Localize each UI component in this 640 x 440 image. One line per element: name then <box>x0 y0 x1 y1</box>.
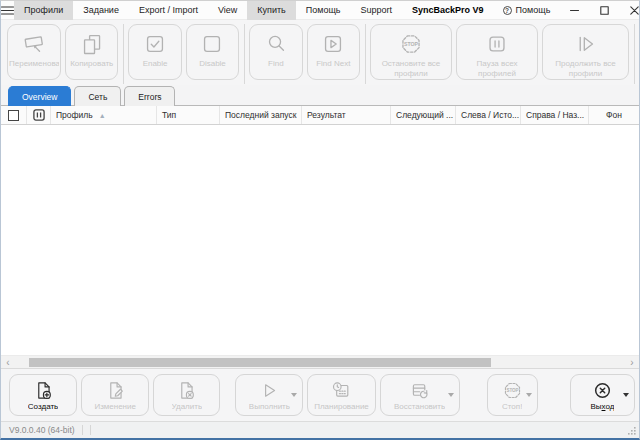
tab-network[interactable]: Сеть <box>74 86 121 106</box>
exit-icon <box>592 380 613 401</box>
menu-export-import[interactable]: Export / Import <box>129 1 208 20</box>
disable-button[interactable]: Disable <box>186 24 239 80</box>
titlebar: Профили Задание Export / Import View Куп… <box>1 1 639 20</box>
menu-support[interactable]: Support <box>351 1 403 20</box>
stop-label: Стоп! <box>502 402 522 411</box>
exit-dropdown-icon[interactable] <box>623 393 629 397</box>
run-label: Выполнить <box>249 402 290 411</box>
svg-text:STOP: STOP <box>404 41 419 47</box>
exit-button[interactable]: Выход <box>570 374 635 416</box>
help-button[interactable]: ? Помощь <box>494 1 560 20</box>
find-button[interactable]: Find <box>249 24 302 80</box>
column-label: Слева / Исто... <box>461 110 519 120</box>
resume-all-icon <box>574 32 598 56</box>
sort-ascending-icon: ▲ <box>99 112 106 119</box>
rename-button[interactable]: Переименовать <box>7 24 61 80</box>
help-label: Помощь <box>516 5 551 15</box>
find-next-icon <box>321 32 345 56</box>
enable-button[interactable]: Enable <box>128 24 181 80</box>
statusbar-separator <box>82 425 83 435</box>
tabstrip: Overview Сеть Errors <box>1 85 639 106</box>
stop-dropdown-icon[interactable] <box>526 393 532 397</box>
toolbar-separator <box>123 24 124 84</box>
minimize-button[interactable] <box>559 1 589 20</box>
schedule-button[interactable]: Планирование <box>307 374 375 416</box>
schedule-label: Планирование <box>314 402 369 411</box>
schedule-icon <box>331 380 352 401</box>
toolbar-separator <box>634 24 635 84</box>
column-label: Тип <box>162 110 176 120</box>
find-next-button[interactable]: Find Next <box>307 24 360 80</box>
find-next-label: Find Next <box>309 59 358 69</box>
column-label: Результат <box>307 110 346 120</box>
stop-button[interactable]: STOP Стоп! <box>487 374 538 416</box>
stop-all-label: Остановите все профили <box>372 59 450 79</box>
delete-label: Удалить <box>172 402 203 411</box>
maximize-button[interactable] <box>589 1 619 20</box>
delete-profile-button[interactable]: Удалить <box>153 374 220 416</box>
select-all-checkbox[interactable] <box>1 106 27 124</box>
create-profile-icon <box>33 380 54 401</box>
window-controls <box>559 1 640 20</box>
edit-label: Изменение <box>94 402 136 411</box>
rename-label: Переименовать <box>9 59 59 69</box>
resize-grip-icon[interactable] <box>627 426 636 435</box>
column-header-last-run[interactable]: Последний запуск <box>220 106 302 124</box>
column-header-result[interactable]: Результат <box>302 106 391 124</box>
search-icon <box>264 32 288 56</box>
app-window: Профили Задание Export / Import View Куп… <box>0 0 640 440</box>
scroll-right-arrow[interactable]: › <box>625 356 639 369</box>
table-header: Профиль ▲ Тип Последний запуск Результат… <box>1 106 639 125</box>
toolbar-separator <box>365 24 366 84</box>
stop-all-icon: STOP <box>399 32 423 56</box>
enable-label: Enable <box>130 59 179 69</box>
profile-list-area[interactable] <box>1 125 639 355</box>
edit-profile-button[interactable]: Изменение <box>81 374 149 416</box>
menu-task[interactable]: Задание <box>73 1 129 20</box>
run-icon <box>259 380 280 401</box>
statusbar: V9.0.0.40 (64-bit) <box>1 421 639 438</box>
run-profile-button[interactable]: Выполнить <box>235 374 303 416</box>
scrollbar-thumb[interactable] <box>29 358 491 367</box>
column-header-profile[interactable]: Профиль ▲ <box>51 106 157 124</box>
close-button[interactable] <box>619 1 640 20</box>
menu-icon[interactable] <box>1 1 14 20</box>
help-circle-icon: ? <box>503 6 512 15</box>
column-header-next[interactable]: Следующий ... <box>391 106 456 124</box>
column-header-type[interactable]: Тип <box>157 106 220 124</box>
restore-button[interactable]: Восстановить <box>380 374 460 416</box>
pause-column-header[interactable] <box>27 106 51 124</box>
edit-profile-icon <box>105 380 126 401</box>
column-header-right-dest[interactable]: Справа / Наз... <box>521 106 589 124</box>
disable-label: Disable <box>188 59 237 69</box>
restore-label: Восстановить <box>394 402 445 411</box>
pause-all-label: Пауза всех профилей <box>458 59 536 79</box>
column-label: Справа / Наз... <box>526 110 584 120</box>
find-label: Find <box>251 59 300 69</box>
tab-errors[interactable]: Errors <box>124 86 175 106</box>
run-dropdown-icon[interactable] <box>291 393 297 397</box>
restore-dropdown-icon[interactable] <box>448 393 454 397</box>
create-label: Создать <box>28 402 58 411</box>
menu-help[interactable]: Помощь <box>296 1 351 20</box>
menu-buy[interactable]: Купить <box>247 1 295 20</box>
select-all-checkbox-icon <box>8 110 19 121</box>
bottom-toolbar: Создать Изменение Удалить <box>1 368 639 421</box>
restore-icon <box>409 380 430 401</box>
pause-all-icon <box>485 32 509 56</box>
copy-button[interactable]: Копировать <box>65 24 118 80</box>
svg-text:STOP: STOP <box>506 388 518 393</box>
tab-overview[interactable]: Overview <box>8 86 71 106</box>
column-header-left-source[interactable]: Слева / Исто... <box>456 106 521 124</box>
horizontal-scrollbar[interactable]: ‹ › <box>1 355 639 368</box>
copy-label: Копировать <box>67 59 116 69</box>
scroll-left-arrow[interactable]: ‹ <box>1 356 15 369</box>
menu-view[interactable]: View <box>208 1 247 20</box>
resume-all-profiles-button[interactable]: Продолжить все профили <box>542 24 629 80</box>
column-header-background[interactable]: Фон <box>589 106 639 124</box>
pause-all-profiles-button[interactable]: Пауза всех профилей <box>456 24 538 80</box>
create-profile-button[interactable]: Создать <box>9 374 77 416</box>
menu-profiles[interactable]: Профили <box>14 1 73 20</box>
app-title: SyncBackPro V9 <box>402 5 494 15</box>
stop-all-profiles-button[interactable]: STOP Остановите все профили <box>370 24 452 80</box>
